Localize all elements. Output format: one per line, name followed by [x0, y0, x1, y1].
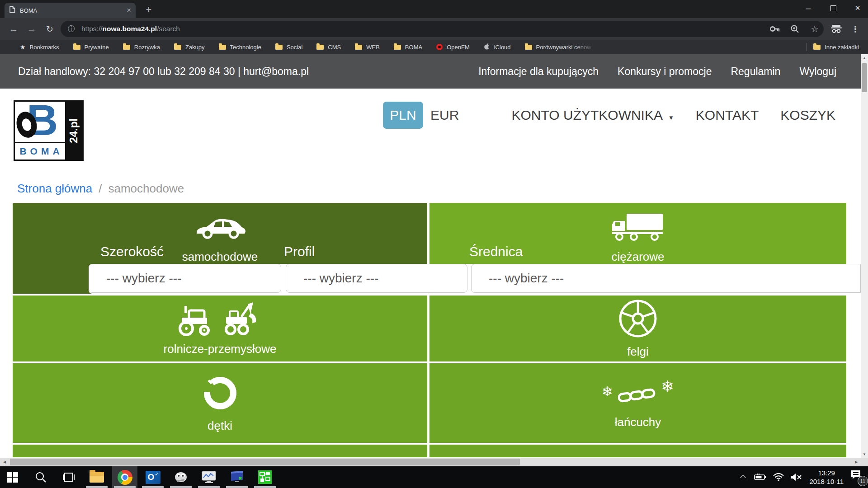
window-restore-button[interactable] — [823, 0, 844, 16]
folder-icon — [275, 45, 283, 50]
bookmark-item[interactable]: Rozrywka — [123, 44, 160, 51]
folder-icon — [174, 45, 181, 50]
monitor-graph-icon — [201, 470, 217, 484]
scroll-down-arrow[interactable] — [861, 450, 868, 458]
link-wyloguj[interactable]: Wyloguj — [799, 66, 836, 78]
category-tile-felgi[interactable]: felgi — [429, 296, 846, 361]
bookmark-item[interactable]: WEB — [355, 44, 380, 51]
forward-button[interactable] — [24, 18, 40, 40]
horizontal-scrollbar[interactable] — [0, 458, 861, 466]
chrome-taskbar-button[interactable] — [112, 466, 137, 488]
category-tile-partial[interactable] — [429, 445, 846, 457]
wifi-icon[interactable] — [773, 473, 784, 482]
currency-pln-button[interactable]: PLN — [383, 102, 423, 129]
volume-muted-icon[interactable] — [790, 473, 802, 482]
start-button[interactable] — [0, 466, 25, 488]
browser-tab[interactable]: BOMA — [5, 3, 136, 18]
saved-passwords-key-icon[interactable] — [769, 23, 781, 34]
rim-icon — [618, 299, 658, 340]
bookmark-item[interactable]: Zakupy — [174, 44, 205, 51]
chrome-icon — [118, 470, 132, 485]
window-close-button[interactable] — [847, 0, 868, 16]
back-button[interactable] — [5, 18, 22, 40]
task-view-icon — [62, 472, 75, 483]
taskbar-clock[interactable]: 13:29 2018-10-11 — [809, 469, 844, 486]
category-tile-detki[interactable]: dętki — [13, 363, 427, 443]
clock-date: 2018-10-11 — [809, 477, 844, 486]
bookmark-item[interactable]: iCloud — [484, 43, 511, 52]
green-app-taskbar-button[interactable] — [252, 466, 278, 488]
vertical-scroll-thumb[interactable] — [862, 63, 867, 92]
incognito-icon — [830, 23, 843, 34]
taskbar-search-button[interactable] — [28, 466, 53, 488]
windows-logo-icon — [7, 471, 19, 483]
reload-button[interactable] — [42, 18, 58, 40]
category-tile-rolnicze-przemyslowe[interactable]: rolnicze-przemysłowe — [13, 296, 427, 361]
bookmark-item[interactable]: OpenFM — [436, 44, 470, 51]
vertical-scrollbar[interactable] — [861, 54, 868, 458]
tab-close-icon[interactable] — [127, 6, 131, 14]
outlook-taskbar-button[interactable] — [140, 466, 165, 488]
category-tile-partial[interactable] — [13, 445, 427, 457]
link-konkursy[interactable]: Konkursy i promocje — [618, 66, 712, 78]
page-info-icon[interactable] — [68, 24, 75, 34]
new-tab-button[interactable] — [143, 4, 155, 15]
bookmark-item[interactable]: CMS — [316, 44, 341, 51]
scroll-right-arrow[interactable] — [852, 458, 861, 466]
running-app-indicator — [114, 486, 136, 488]
srednica-select[interactable]: --- wybierz --- — [471, 264, 861, 293]
hidden-icons-chevron[interactable] — [741, 474, 746, 480]
monitor-app-taskbar-button[interactable] — [196, 466, 222, 488]
action-center-button[interactable]: 11 — [850, 469, 865, 485]
window-minimize-button[interactable] — [798, 0, 819, 16]
file-explorer-button[interactable] — [84, 466, 109, 488]
bookmark-item[interactable]: Porównywarki cenow — [525, 43, 596, 51]
gimp-icon — [173, 470, 189, 484]
gimp-taskbar-button[interactable] — [168, 466, 193, 488]
site-logo[interactable]: B BOMA 24.pl — [14, 100, 84, 161]
logo-text: BOMA — [15, 143, 65, 160]
address-bar[interactable]: https://nowa.boma24.pl/search — [61, 21, 824, 37]
battery-icon[interactable] — [754, 473, 767, 481]
task-view-button[interactable] — [56, 466, 81, 488]
field-label-profil: Profil — [284, 244, 315, 259]
outlook-icon — [146, 471, 160, 484]
link-informacje[interactable]: Informacje dla kupujących — [478, 66, 599, 78]
notification-badge: 11 — [858, 476, 868, 486]
profil-select[interactable]: --- wybierz --- — [286, 264, 467, 293]
zoom-icon[interactable] — [788, 23, 801, 34]
szerokosc-select[interactable]: --- wybierz --- — [89, 264, 281, 293]
bookmark-item[interactable]: Bookmarks — [20, 43, 59, 51]
nav-konto-uzytkownika[interactable]: KONTO UŻYTKOWNIKA — [512, 108, 674, 123]
browser-menu-icon[interactable] — [849, 23, 862, 34]
snowflake-icon: ❄ — [602, 384, 613, 399]
page-favicon — [9, 6, 15, 15]
horizontal-scroll-thumb[interactable] — [10, 459, 520, 465]
running-app-indicator — [254, 486, 276, 488]
logo-graphic: B — [15, 102, 65, 143]
system-tray: 13:29 2018-10-11 11 — [741, 466, 868, 488]
openfm-icon — [436, 44, 443, 50]
folder-icon — [355, 45, 362, 50]
bookmark-item[interactable]: BOMA — [394, 44, 422, 51]
bookmark-item[interactable]: Social — [275, 44, 302, 51]
link-regulamin[interactable]: Regulamin — [731, 66, 780, 78]
folder-icon — [394, 45, 401, 50]
bookmark-item[interactable]: Prywatne — [73, 44, 109, 51]
breadcrumb-home-link[interactable]: Strona główna — [17, 182, 92, 196]
remote-app-taskbar-button[interactable] — [224, 466, 250, 488]
currency-eur-button[interactable]: EUR — [430, 102, 459, 129]
running-app-indicator — [198, 486, 220, 488]
nav-koszyk[interactable]: KOSZYK — [780, 108, 835, 123]
other-bookmarks-button[interactable]: Inne zakładki — [813, 44, 859, 51]
nav-kontakt[interactable]: KONTAKT — [696, 108, 759, 123]
category-tile-lancuchy[interactable]: ❄ ❄ łańcuchy — [429, 363, 846, 443]
green-grid-icon — [258, 470, 272, 484]
bookmark-star-icon[interactable] — [808, 23, 821, 34]
scrollbar-corner — [861, 458, 868, 466]
scroll-left-arrow[interactable] — [0, 458, 9, 466]
scroll-up-arrow[interactable] — [861, 54, 868, 61]
url-text: https://nowa.boma24.pl/search — [81, 25, 180, 33]
field-label-szerokosc: Szerokość — [100, 244, 164, 259]
bookmark-item[interactable]: Technologie — [219, 44, 261, 51]
